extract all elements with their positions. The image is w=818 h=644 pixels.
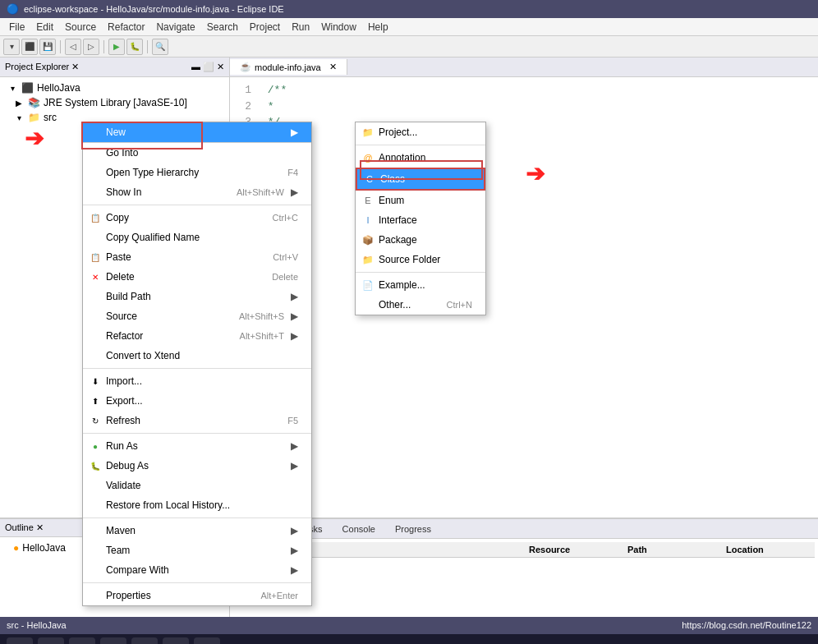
ctx-item-paste[interactable]: 📋 Paste Ctrl+V xyxy=(83,247,311,267)
toolbar-btn-2[interactable]: ⬛ xyxy=(21,39,38,55)
refresh-icon: ↻ xyxy=(90,415,101,426)
project-submenu-icon: 📁 xyxy=(362,126,374,138)
menu-project[interactable]: Project xyxy=(244,20,286,34)
ctx-copy-shortcut: Ctrl+C xyxy=(273,213,298,223)
ctx-item-refactor[interactable]: Refactor Alt+Shift+T ▶ xyxy=(83,326,311,346)
ctx-item-source[interactable]: Source Alt+Shift+S ▶ xyxy=(83,306,311,326)
close-icon[interactable]: ✕ xyxy=(217,62,224,72)
menu-edit[interactable]: Edit xyxy=(30,20,59,34)
ctx-item-show-in[interactable]: Show In Alt+Shift+W ▶ xyxy=(83,182,311,202)
delete-icon: ✕ xyxy=(90,271,101,283)
sub-item-interface[interactable]: I Interface xyxy=(356,210,485,230)
toolbar-btn-1[interactable]: ▾ xyxy=(3,39,20,55)
src-folder-icon: 📁 xyxy=(28,112,40,123)
ctx-open-type-label: Open Type Hierarchy xyxy=(106,167,199,178)
menu-search[interactable]: Search xyxy=(201,20,244,34)
sub-item-example[interactable]: 📄 Example... xyxy=(356,275,485,295)
ctx-maven-arrow: ▶ xyxy=(291,525,298,536)
tree-item-hellojava[interactable]: ▾ ⬛ HelloJava xyxy=(0,80,229,95)
ctx-item-properties[interactable]: Properties Alt+Enter xyxy=(83,586,311,605)
ctx-properties-label: Properties xyxy=(106,590,151,601)
menu-window[interactable]: Window xyxy=(315,20,362,34)
sub-interface-label: Interface xyxy=(379,214,417,226)
eclipse-taskbar-button[interactable]: 🔵 xyxy=(194,637,220,644)
tab-console[interactable]: Console xyxy=(338,522,380,536)
toolbar-sep-1 xyxy=(60,40,61,53)
ctx-refactor-label: Refactor xyxy=(106,330,143,342)
toolbar-btn-run[interactable]: ▶ xyxy=(108,39,125,55)
sub-item-enum[interactable]: E Enum xyxy=(356,191,485,210)
outline-item-label: HelloJava xyxy=(22,542,66,554)
ctx-item-new[interactable]: New ▶ xyxy=(83,122,311,143)
export-icon: ⬆ xyxy=(90,395,101,407)
enum-icon: E xyxy=(362,195,374,206)
ctx-item-go-into[interactable]: Go Into xyxy=(83,143,311,163)
minimize-icon[interactable]: ▬ xyxy=(191,62,200,72)
search-button[interactable]: 🔍 xyxy=(38,637,64,644)
jre-label: JRE System Library [JavaSE-10] xyxy=(44,97,187,108)
toolbar: ▾ ⬛ 💾 ◁ ▷ ▶ 🐛 🔍 xyxy=(0,36,818,58)
menu-run[interactable]: Run xyxy=(286,20,315,34)
ctx-item-build-path[interactable]: Build Path ▶ xyxy=(83,287,311,306)
ctx-item-debug-as[interactable]: 🐛 Debug As ▶ xyxy=(83,456,311,476)
ctx-item-maven[interactable]: Maven ▶ xyxy=(83,521,311,540)
sub-item-project[interactable]: 📁 Project... xyxy=(356,122,485,142)
ctx-paste-label: Paste xyxy=(106,251,131,263)
ctx-item-copy[interactable]: 📋 Copy Ctrl+C xyxy=(83,208,311,228)
ctx-item-validate[interactable]: Validate xyxy=(83,476,311,495)
windows-button[interactable]: ⊞ xyxy=(7,637,33,644)
ctx-item-compare[interactable]: Compare With ▶ xyxy=(83,560,311,580)
ctx-delete-label: Delete xyxy=(106,271,135,283)
word-button[interactable]: W xyxy=(163,637,189,644)
menu-source[interactable]: Source xyxy=(59,20,102,34)
toolbar-btn-search[interactable]: 🔍 xyxy=(152,39,168,55)
editor-tab-bar: ☕ module-info.java ✕ xyxy=(230,58,818,77)
ctx-item-open-type[interactable]: Open Type Hierarchy F4 xyxy=(83,163,311,182)
line-num-2: 2 xyxy=(237,99,251,115)
sub-enum-label: Enum xyxy=(379,195,404,206)
menu-file[interactable]: File xyxy=(3,20,30,34)
sub-item-other[interactable]: Other... Ctrl+N xyxy=(356,295,485,315)
ctx-item-import[interactable]: ⬇ Import... xyxy=(83,371,311,391)
editor-tab-module[interactable]: ☕ module-info.java ✕ xyxy=(230,59,347,75)
sub-item-package[interactable]: 📦 Package xyxy=(356,230,485,250)
sub-item-class[interactable]: C Class xyxy=(356,168,485,191)
tab-filename: module-info.java xyxy=(255,62,321,72)
code-text-2: * xyxy=(268,100,274,113)
toolbar-btn-debug[interactable]: 🐛 xyxy=(126,39,143,55)
editor-content[interactable]: 1 /** 2 * 3 */ xyxy=(230,77,818,518)
ctx-paste-shortcut: Ctrl+V xyxy=(273,252,298,262)
toolbar-btn-fwd[interactable]: ▷ xyxy=(83,39,99,55)
ctx-item-convert[interactable]: Convert to Xtend xyxy=(83,346,311,366)
browser-button[interactable]: 🌐 xyxy=(131,637,158,644)
status-bar: src - HelloJava https://blog.csdn.net/Ro… xyxy=(0,616,818,634)
ctx-new-label: New xyxy=(106,126,126,138)
ctx-debug-as-arrow: ▶ xyxy=(291,460,298,472)
ctx-item-delete[interactable]: ✕ Delete Delete xyxy=(83,267,311,287)
folder-button[interactable]: 📁 xyxy=(100,637,126,644)
sub-item-source-folder[interactable]: 📁 Source Folder xyxy=(356,250,485,269)
ctx-item-restore[interactable]: Restore from Local History... xyxy=(83,495,311,515)
sub-item-annotation[interactable]: @ Annotation xyxy=(356,148,485,168)
editor-panel: ☕ module-info.java ✕ 1 /** 2 * 3 */ xyxy=(230,58,818,518)
sub-example-label: Example... xyxy=(379,279,425,291)
ctx-item-run-as[interactable]: ● Run As ▶ xyxy=(83,436,311,456)
tab-close-icon[interactable]: ✕ xyxy=(329,62,337,72)
ctx-item-refresh[interactable]: ↻ Refresh F5 xyxy=(83,411,311,430)
problems-tab-bar: Problems Tasks Console Progress xyxy=(230,519,818,539)
ctx-item-export[interactable]: ⬆ Export... xyxy=(83,391,311,411)
tab-progress[interactable]: Progress xyxy=(390,522,436,536)
toolbar-btn-back[interactable]: ◁ xyxy=(65,39,81,55)
run-icon: ● xyxy=(90,440,101,452)
ctx-item-team[interactable]: Team ▶ xyxy=(83,540,311,560)
maximize-icon[interactable]: ⬜ xyxy=(203,62,214,72)
taskview-button[interactable]: ⊡ xyxy=(69,637,95,644)
menu-navigate[interactable]: Navigate xyxy=(150,20,200,34)
menu-refactor[interactable]: Refactor xyxy=(102,20,150,34)
ctx-item-copy-qualified[interactable]: Copy Qualified Name xyxy=(83,228,311,247)
project-name: HelloJava xyxy=(37,82,80,94)
tree-item-jre[interactable]: ▶ 📚 JRE System Library [JavaSE-10] xyxy=(0,95,229,110)
menu-help[interactable]: Help xyxy=(362,20,394,34)
toolbar-btn-save[interactable]: 💾 xyxy=(39,39,56,55)
ctx-convert-label: Convert to Xtend xyxy=(106,350,180,361)
